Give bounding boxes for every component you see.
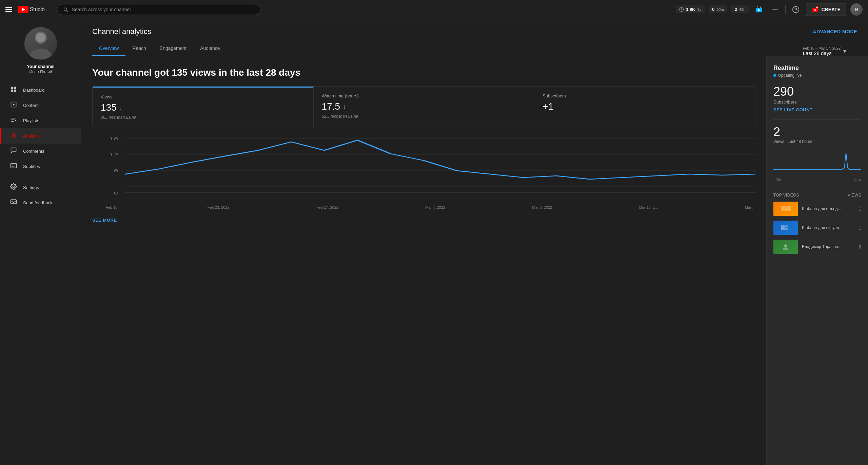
svg-marker-21 (13, 104, 15, 106)
feedback-label: Send feedback (23, 200, 53, 205)
video-item-3[interactable]: Владимир Тарасов:... 0 (773, 240, 861, 254)
sidebar-item-feedback[interactable]: Send feedback (0, 195, 81, 210)
svg-rect-38 (781, 225, 785, 230)
see-live-count-button[interactable]: SEE LIVE COUNT (773, 107, 812, 112)
help-button[interactable] (790, 3, 802, 16)
menu-button[interactable] (5, 7, 12, 12)
video-title-3: Владимир Тарасов:... (802, 244, 855, 250)
chart-container: 18 12 6 0 Feb 18... Feb 23, 2022 Feb 27,… (92, 135, 755, 215)
playlists-icon (9, 116, 18, 125)
stat-60m-value: 0 (712, 7, 714, 12)
sidebar-nav: Dashboard Content Playli (0, 80, 81, 465)
realtime-views-label: Views · Last 48 hours (773, 139, 861, 144)
svg-rect-36 (781, 206, 786, 211)
svg-point-42 (783, 247, 788, 250)
settings-label: Settings (23, 185, 39, 190)
mini-chart-start-label: -48h (773, 178, 781, 182)
tab-reach[interactable]: Reach (125, 41, 153, 56)
avatar[interactable]: И (850, 3, 863, 16)
content-label: Content (23, 103, 39, 108)
svg-rect-18 (11, 90, 14, 92)
svg-point-9 (796, 11, 796, 11)
stat-60m[interactable]: 0 60m (709, 5, 727, 13)
logo[interactable]: Studio (18, 6, 45, 13)
stat-watchtime-sub: 62.5 less than usual (322, 114, 526, 119)
analytics-headline: Your channel got 135 views in the last 2… (92, 67, 755, 78)
stat-card-watchtime: Watch time (hours) 17.5 ↓ 62.5 less than… (314, 87, 535, 127)
topbar: Studio 1.8K 1y 0 60m 2 48h (0, 0, 868, 19)
channel-handle: Иван Палий (29, 70, 52, 74)
settings-icon (9, 183, 18, 192)
svg-point-6 (775, 9, 776, 10)
realtime-divider (773, 119, 861, 119)
create-button[interactable]: CREATE (806, 3, 846, 16)
stat-subscribers-label: Subscribers (542, 93, 747, 98)
sidebar-item-playlists[interactable]: Playlists (0, 113, 81, 128)
comments-label: Comments (23, 149, 44, 154)
sidebar-item-settings[interactable]: Settings (0, 180, 81, 195)
svg-text:12: 12 (108, 153, 119, 157)
see-more-button[interactable]: SEE MORE (92, 218, 117, 223)
stat-views-value: 135 ↓ (101, 102, 305, 113)
clock-icon (679, 7, 684, 12)
dashboard-icon (9, 86, 18, 94)
video-item-1[interactable]: Шаблон для объед... 1 (773, 202, 861, 216)
svg-rect-23 (11, 163, 17, 168)
x-label-2: Feb 23, 2022 (208, 205, 230, 209)
stat-subscribers-value: +1 (542, 101, 747, 112)
create-label: CREATE (821, 7, 841, 12)
channel-name: Your channel (27, 64, 54, 69)
search-input[interactable] (72, 7, 255, 12)
sidebar-item-content[interactable]: Content (0, 98, 81, 113)
date-range-info: Feb 18 – Mar 17, 2022 Last 28 days (803, 46, 841, 56)
live-dot-icon (773, 74, 776, 77)
channel-avatar[interactable] (24, 27, 57, 60)
live-icon (755, 6, 763, 13)
x-label-6: Mar 13, 2... (639, 205, 658, 209)
tab-audience[interactable]: Audience (193, 41, 226, 56)
live-icon-button[interactable] (753, 3, 765, 16)
search-icon (63, 6, 68, 13)
feedback-icon (9, 199, 18, 207)
comments-icon (9, 147, 18, 155)
video-views-2: 1 (859, 225, 861, 230)
analytics-body: Your channel got 135 views in the last 2… (81, 56, 868, 465)
analytics-chart: 18 12 6 0 (92, 135, 755, 203)
stat-watchtime-label: Watch time (hours) (322, 93, 526, 98)
stats-row: Views 135 ↓ 365 less than usual Watch ti… (92, 86, 755, 127)
advanced-mode-button[interactable]: ADVANCED MODE (813, 29, 857, 34)
video-item-2[interactable]: Шаблон для визуал... 1 (773, 221, 861, 235)
video-views-3: 0 (859, 244, 861, 249)
svg-rect-16 (11, 87, 14, 89)
date-range-selector[interactable]: Feb 18 – Mar 17, 2022 Last 28 days ▾ (803, 46, 846, 56)
more-icon (772, 6, 778, 13)
svg-point-24 (13, 186, 15, 188)
stat-1y-label: 1y (697, 7, 702, 12)
sidebar-item-dashboard[interactable]: Dashboard (0, 82, 81, 98)
video-thumb-2 (773, 221, 798, 235)
video-views-1: 1 (859, 206, 861, 211)
sidebar-item-subtitles[interactable]: Subtitles (0, 159, 81, 174)
topbar-right: 1.8K 1y 0 60m 2 48h (676, 3, 863, 16)
stat-48h[interactable]: 2 48h (731, 5, 749, 13)
youtube-logo-icon (18, 6, 28, 13)
stat-watchtime-value: 17.5 ↓ (322, 101, 526, 112)
stat-60m-label: 60m (716, 7, 724, 12)
page-title: Channel analytics (92, 27, 151, 36)
sidebar-item-comments[interactable]: Comments (0, 144, 81, 159)
realtime-live: Updating live (773, 73, 861, 78)
realtime-subscribers-label: Subscribers (773, 99, 861, 105)
sidebar-item-analytics[interactable]: Analytics (0, 128, 81, 144)
stat-card-subscribers: Subscribers +1 (534, 87, 755, 127)
svg-rect-39 (785, 225, 788, 227)
stat-1y[interactable]: 1.8K 1y (676, 5, 705, 13)
svg-point-14 (30, 49, 52, 59)
tab-engagement[interactable]: Engagement (153, 41, 193, 56)
sidebar-divider-1 (0, 177, 81, 177)
playlists-label: Playlists (23, 118, 39, 123)
subtitles-icon (9, 162, 18, 171)
more-options-button[interactable] (769, 3, 781, 16)
tab-overview[interactable]: Overview (92, 41, 125, 56)
realtime-views-count: 2 (773, 125, 861, 139)
right-sidebar: Realtime Updating live 290 Subscribers S… (766, 56, 868, 465)
